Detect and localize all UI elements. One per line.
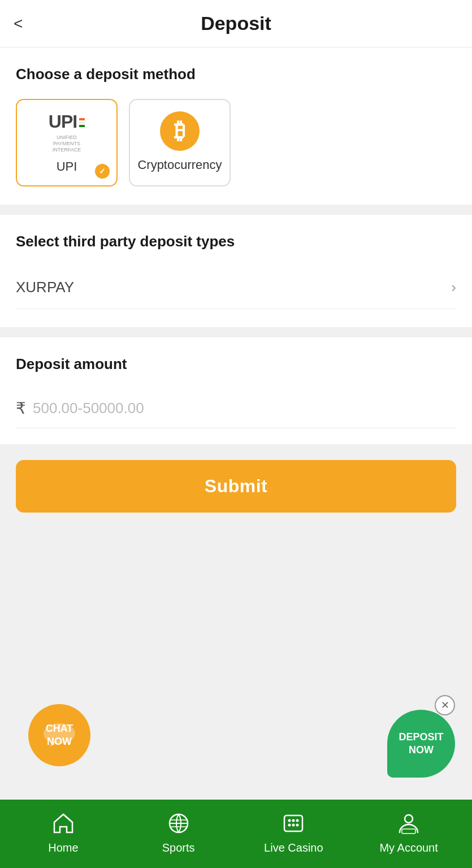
deposit-method-title: Choose a deposit method: [16, 66, 456, 83]
my-account-icon: [395, 810, 422, 837]
nav-item-my-account[interactable]: My Account: [351, 810, 466, 854]
nav-item-live-casino[interactable]: Live Casino: [236, 810, 352, 854]
nav-home-label: Home: [48, 841, 78, 854]
svg-point-9: [296, 824, 299, 827]
submit-button[interactable]: Submit: [16, 460, 456, 513]
svg-rect-11: [402, 829, 415, 834]
svg-point-8: [292, 824, 295, 827]
deposit-method-section: Choose a deposit method UPI UNIFIED PAYM…: [0, 47, 472, 205]
back-button[interactable]: <: [14, 15, 23, 33]
upi-logo: UPI UNIFIED PAYMENTS INTERFACE: [44, 111, 89, 153]
deposit-amount-title: Deposit amount: [16, 355, 456, 373]
deposit-bubble-line2: NOW: [399, 744, 443, 757]
chat-bubble-line2: NOW: [46, 735, 73, 748]
deposit-now-bubble[interactable]: DEPOSIT NOW: [387, 710, 455, 778]
sports-icon: [165, 810, 192, 837]
rupee-symbol: ₹: [16, 399, 26, 418]
xurpay-item[interactable]: XURPAY ›: [16, 266, 456, 309]
svg-point-10: [405, 815, 413, 823]
deposit-bubble-close-button[interactable]: ✕: [435, 695, 455, 715]
bottom-navigation: Home Sports: [0, 800, 472, 868]
xurpay-label: XURPAY: [16, 279, 74, 296]
chevron-right-icon: ›: [451, 279, 456, 296]
nav-live-casino-label: Live Casino: [264, 841, 323, 854]
svg-point-6: [296, 819, 299, 822]
nav-sports-label: Sports: [162, 841, 195, 854]
svg-point-4: [288, 819, 291, 822]
header: < Deposit: [0, 0, 472, 47]
svg-point-7: [288, 824, 291, 827]
deposit-amount-section: Deposit amount ₹: [0, 337, 472, 444]
nav-item-home[interactable]: Home: [6, 810, 121, 854]
upi-selected-badge: [95, 164, 110, 179]
chat-bubble-line1: CHAT: [46, 722, 73, 735]
third-party-title: Select third party deposit types: [16, 233, 456, 250]
svg-point-5: [292, 819, 295, 822]
upi-label: UPI: [57, 159, 77, 174]
nav-my-account-label: My Account: [379, 841, 438, 854]
third-party-section: Select third party deposit types XURPAY …: [0, 215, 472, 327]
amount-input[interactable]: [33, 400, 456, 417]
home-icon: [50, 810, 77, 837]
payment-methods-list: UPI UNIFIED PAYMENTS INTERFACE UPI ₿ Cry…: [16, 99, 456, 186]
crypto-payment-card[interactable]: ₿ Cryptocurrency: [129, 99, 231, 186]
upi-payment-card[interactable]: UPI UNIFIED PAYMENTS INTERFACE UPI: [16, 99, 118, 186]
svg-rect-3: [284, 815, 302, 831]
nav-item-sports[interactable]: Sports: [121, 810, 236, 854]
live-casino-icon: [280, 810, 307, 837]
bitcoin-icon: ₿: [160, 111, 200, 151]
page-title: Deposit: [201, 12, 271, 34]
crypto-label: Cryptocurrency: [137, 158, 222, 172]
submit-area: Submit: [0, 444, 472, 535]
chat-now-bubble[interactable]: CHAT NOW: [28, 704, 90, 766]
amount-row: ₹: [16, 389, 456, 428]
deposit-bubble-line1: DEPOSIT: [399, 731, 443, 744]
